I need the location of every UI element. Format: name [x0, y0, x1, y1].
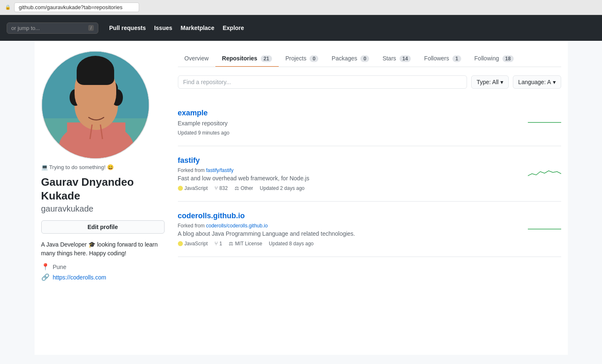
- svg-point-8: [111, 89, 123, 106]
- tab-overview-label: Overview: [185, 55, 209, 62]
- svg-point-6: [75, 76, 118, 101]
- nav-issues[interactable]: Issues: [154, 25, 172, 31]
- tab-projects[interactable]: Projects 0: [279, 51, 325, 67]
- repo-fork-source-coderolls: coderolls/coderolls.github.io: [206, 223, 268, 229]
- license-icon-coderolls: ⚖: [229, 241, 233, 247]
- nav-search-placeholder: or jump to...: [11, 25, 40, 31]
- type-filter-label: Type: All: [477, 79, 499, 85]
- table-row: coderolls.github.io Forked from coderoll…: [178, 202, 561, 257]
- language-filter-label: Language: A: [518, 79, 551, 85]
- repo-forks-fastify: ⑂ 832: [215, 185, 228, 191]
- repo-meta-coderolls: JavaScript ⑂ 1 ⚖ MIT License Updated 8 d…: [178, 240, 561, 247]
- repo-name-coderolls[interactable]: coderolls.github.io: [178, 212, 245, 220]
- nav-marketplace[interactable]: Marketplace: [181, 25, 215, 31]
- profile-tabs: Overview Repositories 21 Projects 0 Pack…: [178, 51, 561, 67]
- avatar-photo: [42, 52, 149, 158]
- repo-description-coderolls: A blog about Java Programming Language a…: [178, 230, 470, 237]
- svg-point-9: [86, 102, 92, 108]
- svg-point-5: [75, 82, 118, 130]
- sparkline-coderolls: [528, 223, 561, 235]
- lang-name-fastify: JavaScript: [185, 185, 208, 191]
- browser-url[interactable]: github.com/gauravkukade?tab=repositories: [14, 2, 139, 12]
- tab-stars-label: Stars: [382, 55, 396, 62]
- language-chevron-icon: ▾: [553, 79, 556, 85]
- lang-dot-fastify: [178, 186, 183, 191]
- repo-search-row: Type: All ▾ Language: A ▾: [178, 75, 561, 89]
- repo-license-coderolls: ⚖ MIT License: [229, 241, 262, 247]
- nav-explore[interactable]: Explore: [222, 25, 244, 31]
- sidebar: 💻 Trying to do something! 😄 Gaurav Dnyan…: [41, 51, 165, 345]
- repo-meta-fastify: JavaScript ⑂ 832 ⚖ Other Updated 2 days …: [178, 185, 561, 191]
- repo-name-example[interactable]: example: [178, 109, 208, 117]
- bio-status-text: 💻 Trying to do something! 😄: [41, 164, 114, 170]
- svg-rect-1: [42, 52, 149, 118]
- repo-lang-coderolls: JavaScript: [178, 241, 208, 247]
- lang-name-coderolls: JavaScript: [185, 241, 208, 247]
- tab-overview[interactable]: Overview: [178, 51, 215, 67]
- fork-count-fastify: 832: [220, 185, 228, 191]
- license-name-fastify: Other: [241, 185, 253, 191]
- fork-icon-coderolls: ⑂: [215, 240, 218, 247]
- website-link[interactable]: https://coderolls.com: [53, 274, 106, 281]
- repo-fork-source-fastify: fastify/fastify: [206, 167, 234, 173]
- profile-website[interactable]: 🔗 https://coderolls.com: [41, 273, 165, 281]
- tab-packages-count: 0: [360, 55, 369, 62]
- browser-bar: 🔒 github.com/gauravkukade?tab=repositori…: [0, 0, 602, 15]
- avatar: [41, 51, 150, 159]
- profile-full-name: Gaurav Dnyandeo Kukade: [41, 175, 165, 202]
- svg-point-11: [94, 110, 98, 113]
- main-container: 💻 Trying to do something! 😄 Gaurav Dnyan…: [35, 41, 568, 355]
- repo-license-fastify: ⚖ Other: [235, 185, 253, 191]
- table-row: fastify Forked from fastify/fastify Fast…: [178, 146, 561, 202]
- sparkline-fastify: [528, 167, 561, 180]
- tab-projects-label: Projects: [285, 55, 307, 62]
- repo-search-input[interactable]: [178, 75, 467, 89]
- tab-repositories-count: 21: [261, 55, 272, 62]
- repo-lang-fastify: JavaScript: [178, 185, 208, 191]
- repo-updated-example: Updated 9 minutes ago: [178, 130, 230, 136]
- nav-links: Pull requests Issues Marketplace Explore: [109, 25, 244, 31]
- tab-repositories-label: Repositories: [222, 55, 257, 62]
- link-icon: 🔗: [41, 273, 50, 281]
- lang-dot-coderolls: [178, 241, 183, 246]
- avatar-svg: [42, 52, 149, 158]
- location-icon: 📍: [41, 263, 50, 271]
- tab-following-count: 18: [502, 55, 514, 62]
- tab-repositories[interactable]: Repositories 21: [215, 51, 279, 67]
- url-text: github.com/gauravkukade?tab=repositories: [19, 4, 122, 10]
- repo-name-fastify[interactable]: fastify: [178, 156, 200, 165]
- license-icon-fastify: ⚖: [235, 185, 239, 191]
- bio-status: 💻 Trying to do something! 😄: [41, 164, 165, 170]
- svg-point-10: [101, 102, 107, 108]
- repo-updated-coderolls: Updated 8 days ago: [269, 241, 313, 247]
- tab-followers[interactable]: Followers 1: [417, 51, 467, 67]
- repo-forks-coderolls: ⑂ 1: [215, 240, 222, 247]
- nav-search-kbd: /: [88, 25, 94, 31]
- repo-meta-example: Updated 9 minutes ago: [178, 130, 561, 136]
- type-chevron-icon: ▾: [500, 79, 503, 85]
- language-filter-button[interactable]: Language: A ▾: [513, 75, 561, 89]
- tab-packages[interactable]: Packages 0: [325, 51, 376, 67]
- fork-icon-fastify: ⑂: [215, 185, 218, 191]
- repo-updated-fastify: Updated 2 days ago: [260, 185, 305, 191]
- repo-description-example: Example repository: [178, 120, 470, 127]
- edit-profile-button[interactable]: Edit profile: [41, 220, 165, 234]
- tab-stars-count: 14: [400, 55, 411, 62]
- nav-pull-requests[interactable]: Pull requests: [109, 25, 146, 31]
- repo-description-fastify: Fast and low overhead web framework, for…: [178, 175, 470, 182]
- license-name-coderolls: MIT License: [235, 241, 262, 247]
- type-filter-button[interactable]: Type: All ▾: [471, 75, 509, 89]
- profile-location: 📍 Pune: [41, 263, 165, 271]
- tab-stars[interactable]: Stars 14: [376, 51, 417, 67]
- tab-following-label: Following: [475, 55, 499, 62]
- fork-count-coderolls: 1: [220, 241, 222, 247]
- svg-point-7: [70, 89, 81, 106]
- tab-projects-count: 0: [310, 55, 318, 62]
- profile-bio: A Java Developer 🎓 looking forward to le…: [41, 240, 165, 258]
- location-text: Pune: [53, 264, 67, 270]
- main-content: Overview Repositories 21 Projects 0 Pack…: [178, 51, 561, 345]
- repo-fork-coderolls: Forked from coderolls/coderolls.github.i…: [178, 223, 561, 229]
- nav-search[interactable]: or jump to... /: [7, 22, 98, 34]
- tab-packages-label: Packages: [332, 55, 357, 62]
- tab-following[interactable]: Following 18: [468, 51, 520, 67]
